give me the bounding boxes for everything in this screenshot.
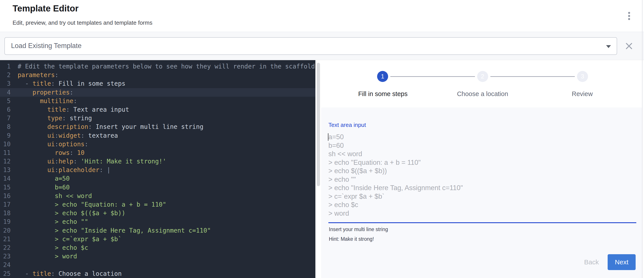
code-line: ui:help: 'Hint: Make it strong!' [10, 157, 166, 166]
step-label-3: Review [532, 90, 632, 98]
line-number: 14 [0, 174, 10, 183]
caret-down-icon[interactable] [606, 45, 611, 48]
code-line-row[interactable]: 4 properties: [0, 88, 316, 97]
line-number: 25 [0, 270, 10, 278]
code-editor[interactable]: 1# Edit the template parameters below to… [0, 60, 316, 278]
header: Template Editor Edit, preview, and try o… [0, 0, 644, 32]
code-line-row[interactable]: 16 sh << word [0, 192, 316, 200]
code-line-row[interactable]: 14 a=50 [0, 174, 316, 183]
code-line: > echo "Inside Here Tag, Assignment c=11… [10, 226, 211, 235]
code-line-row[interactable]: 18 > echo $(($a + $b)) [0, 209, 316, 217]
code-line-row[interactable]: 12 ui:help: 'Hint: Make it strong!' [0, 157, 316, 166]
step-label-2: Choose a location [433, 90, 532, 98]
code-line: - title: Fill in some steps [10, 79, 126, 88]
clear-selection-button[interactable] [624, 41, 634, 51]
step-icon-2: 2 [477, 71, 488, 82]
code-line: > echo "" [10, 217, 88, 226]
code-line: a=50 [10, 174, 70, 183]
line-number: 4 [0, 88, 10, 97]
close-icon [624, 41, 634, 51]
code-line: > echo $(($a + $b)) [10, 209, 126, 217]
line-number: 18 [0, 209, 10, 217]
code-line: rows: 10 [10, 148, 84, 157]
code-line: - title: Choose a location [10, 270, 122, 278]
code-line: properties: [10, 88, 74, 97]
field-description: Insert your multi line string [329, 227, 388, 232]
line-number: 5 [0, 97, 10, 105]
text-caret [328, 133, 328, 141]
code-line-row[interactable]: 17 > echo "Equation: a + b = 110" [0, 200, 316, 209]
code-line: sh << word [10, 192, 92, 200]
stepper-labels: Fill in some stepsChoose a locationRevie… [320, 82, 642, 98]
code-line: parameters: [10, 71, 58, 79]
code-line: multiline: [10, 97, 77, 105]
code-line-row[interactable]: 7 type: string [0, 114, 316, 122]
code-line-row[interactable]: 13 ui:placeholder: | [0, 166, 316, 174]
form-paper: Text area input Insert your multi line s… [321, 107, 642, 278]
line-number: 20 [0, 226, 10, 235]
line-number: 21 [0, 235, 10, 244]
line-number: 9 [0, 131, 10, 140]
form-actions: Back Next [578, 254, 636, 270]
code-line-row[interactable]: 24 [0, 261, 316, 269]
code-line-row[interactable]: 25 - title: Choose a location [0, 270, 316, 278]
line-number: 23 [0, 252, 10, 261]
code-line-row[interactable]: 15 b=60 [0, 183, 316, 192]
code-line [10, 261, 18, 269]
line-number: 1 [0, 62, 10, 71]
line-number: 12 [0, 157, 10, 166]
load-existing-template-select[interactable]: Load Existing Template [4, 37, 617, 55]
code-line-row[interactable]: 8 description: Insert your multi line st… [0, 122, 316, 131]
multiline-textarea[interactable] [328, 133, 636, 218]
line-number: 13 [0, 166, 10, 174]
line-number: 8 [0, 122, 10, 131]
more-options-button[interactable] [623, 9, 635, 23]
step-label-1: Fill in some steps [333, 90, 433, 98]
code-line-row[interactable]: 3 - title: Fill in some steps [0, 79, 316, 88]
load-template-bar: Load Existing Template [0, 32, 644, 60]
line-number: 10 [0, 140, 10, 148]
editor-scrollbar[interactable] [317, 63, 320, 186]
code-line-row[interactable]: 21 > c=`expr $a + $b` [0, 235, 316, 244]
template-editor-page: { "colors": { "stepper_active_blue": "#2… [0, 0, 644, 278]
code-line-row[interactable]: 19 > echo "" [0, 217, 316, 226]
line-number: 2 [0, 71, 10, 79]
code-line-row[interactable]: 20 > echo "Inside Here Tag, Assignment c… [0, 226, 316, 235]
code-line: > echo "Equation: a + b = 110" [10, 200, 166, 209]
line-number: 24 [0, 261, 10, 269]
code-line-row[interactable]: 9 ui:widget: textarea [0, 131, 316, 140]
line-number: 11 [0, 148, 10, 157]
step-icon-1: 1 [377, 71, 388, 82]
code-line-row[interactable]: 2parameters: [0, 71, 316, 79]
page-title: Template Editor [12, 3, 78, 13]
code-line: ui:placeholder: | [10, 166, 110, 174]
line-number: 6 [0, 105, 10, 114]
code-line: ui:widget: textarea [10, 131, 118, 140]
code-line-row[interactable]: 22 > echo $c [0, 244, 316, 252]
back-button[interactable]: Back [578, 255, 605, 269]
page-right-border [642, 0, 642, 278]
line-number: 15 [0, 183, 10, 192]
code-line-row[interactable]: 23 > word [0, 252, 316, 261]
select-placeholder: Load Existing Template [11, 42, 82, 50]
kebab-icon [628, 12, 630, 14]
code-line: description: Insert your multi line stri… [10, 122, 204, 131]
code-line-row[interactable]: 11 rows: 10 [0, 148, 316, 157]
textarea-field-label: Text area input [328, 122, 366, 128]
line-number: 17 [0, 200, 10, 209]
next-button[interactable]: Next [608, 254, 636, 270]
code-line: > echo $c [10, 244, 88, 252]
stepper: 123 [320, 60, 642, 82]
code-line: type: string [10, 114, 92, 122]
page-subtitle: Edit, preview, and try out templates and… [12, 19, 152, 26]
field-focus-underline [328, 222, 636, 223]
code-line-row[interactable]: 1# Edit the template parameters below to… [0, 62, 316, 71]
template-preview-panel: 123 Fill in some stepsChoose a locationR… [320, 60, 642, 278]
code-line-row[interactable]: 5 multiline: [0, 97, 316, 105]
code-line: title: Text area input [10, 105, 129, 114]
code-lines: 1# Edit the template parameters below to… [0, 62, 316, 278]
code-line-row[interactable]: 6 title: Text area input [0, 105, 316, 114]
code-line: # Edit the template parameters below to … [10, 62, 315, 71]
code-line-row[interactable]: 10 ui:options: [0, 140, 316, 148]
step-connector [390, 76, 475, 77]
